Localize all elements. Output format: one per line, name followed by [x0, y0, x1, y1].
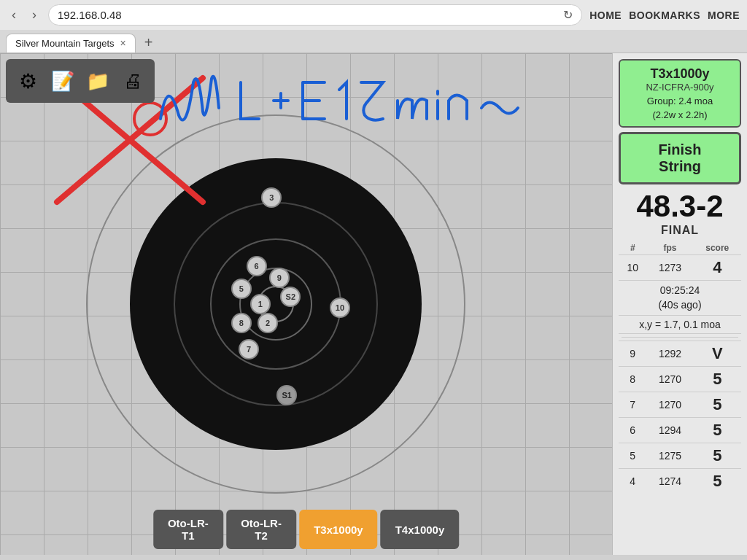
shot-fps: 1292 — [647, 341, 694, 367]
tab-bar: Silver Mountain Targets × + — [0, 30, 747, 52]
shot-7: 7 — [239, 339, 259, 359]
reload-button[interactable]: ↻ — [563, 8, 573, 22]
shot-score: 5 — [694, 367, 741, 392]
shot-score: 4 — [694, 255, 741, 281]
shot-2: 2 — [258, 313, 278, 333]
nav-bar: ‹ › 192.168.0.48 ↻ HOME BOOKMARKS MORE — [0, 0, 747, 30]
forward-button[interactable]: › — [28, 6, 41, 24]
shot-s1: S1 — [276, 385, 297, 405]
finish-line2: String — [628, 158, 732, 175]
shot-num: 8 — [619, 367, 647, 392]
shot-5: 5 — [231, 279, 252, 299]
finish-line1: Finish — [628, 141, 732, 158]
shot-3: 3 — [261, 187, 282, 208]
home-link[interactable]: HOME — [589, 9, 622, 21]
edit-icon: 📝 — [51, 70, 74, 93]
folder-button[interactable]: 📁 — [82, 65, 114, 97]
shot-score: V — [694, 341, 741, 367]
toolbar: ⚙ 📝 📁 🖨 — [6, 59, 155, 103]
session-group: Group: 2.4 moa — [626, 96, 734, 106]
shot-6: 6 — [247, 256, 267, 276]
shot-time-detail: 09:25:24(40s ago) — [619, 281, 741, 316]
table-row: 91292V — [619, 341, 741, 367]
tab-oto-lr-t1[interactable]: Oto-LR-T1 — [153, 510, 223, 549]
more-link[interactable]: MORE — [708, 9, 740, 21]
shot-score: 5 — [694, 392, 741, 418]
session-group-detail: (2.2w x 2.2h) — [626, 109, 734, 120]
table-row: 1012734 — [619, 255, 741, 281]
divider-row — [619, 334, 741, 341]
shot-score: 5 — [694, 443, 741, 469]
shot-fps: 1275 — [647, 443, 694, 469]
shot-fps: 1294 — [647, 418, 694, 443]
table-row: 512755 — [619, 443, 741, 469]
tab-close-button[interactable]: × — [120, 38, 126, 48]
session-info: T3x1000y NZ-ICFRA-900y Group: 2.4 moa (2… — [619, 59, 741, 128]
table-row: 712705 — [619, 392, 741, 418]
target-area: ⚙ 📝 📁 🖨 — [0, 53, 612, 555]
tab-t4x1000y[interactable]: T4x1000y — [381, 510, 460, 549]
back-button[interactable]: ‹ — [7, 6, 20, 24]
col-header-fps: fps — [647, 241, 694, 255]
session-title: T3x1000y — [626, 66, 734, 82]
shot-num: 4 — [619, 469, 647, 494]
main-content: ⚙ 📝 📁 🖨 — [0, 53, 747, 555]
shot-10: 10 — [330, 298, 350, 318]
finish-string-button[interactable]: Finish String — [619, 132, 741, 184]
print-icon: 🖨 — [123, 70, 142, 93]
folder-icon: 📁 — [86, 70, 109, 93]
gear-icon: ⚙ — [19, 69, 37, 93]
session-subtitle: NZ-ICFRA-900y — [626, 82, 734, 93]
tab-t3x1000y[interactable]: T3x1000y — [299, 510, 378, 549]
print-button[interactable]: 🖨 — [117, 65, 149, 97]
table-row: 812705 — [619, 367, 741, 392]
shot-num: 5 — [619, 443, 647, 469]
shot-9: 9 — [269, 268, 290, 288]
table-row: 412745 — [619, 469, 741, 494]
shot-fps: 1270 — [647, 392, 694, 418]
shot-s2: S2 — [280, 287, 301, 307]
col-header-num: # — [619, 241, 647, 255]
shot-score: 5 — [694, 469, 741, 494]
browser-chrome: ‹ › 192.168.0.48 ↻ HOME BOOKMARKS MORE S… — [0, 0, 747, 53]
shot-fps: 1270 — [647, 367, 694, 392]
shot-position: x,y = 1.7, 0.1 moa — [619, 316, 741, 334]
shot-num: 7 — [619, 392, 647, 418]
address-bar[interactable]: 192.168.0.48 ↻ — [48, 4, 582, 26]
bottom-tabs: Oto-LR-T1 Oto-LR-T2 T3x1000y T4x1000y — [153, 510, 460, 549]
shot-fps: 1273 — [647, 255, 694, 281]
score-display: 48.3-2 FINAL — [619, 189, 741, 237]
right-panel: T3x1000y NZ-ICFRA-900y Group: 2.4 moa (2… — [612, 53, 747, 555]
shot-position-row: x,y = 1.7, 0.1 moa — [619, 316, 741, 334]
edit-button[interactable]: 📝 — [47, 65, 79, 97]
shots-table: # fps score 101273409:25:24(40s ago)x,y … — [619, 241, 741, 494]
address-text: 192.168.0.48 — [58, 9, 563, 21]
shot-1: 1 — [250, 294, 271, 314]
tab-title: Silver Mountain Targets — [15, 38, 115, 49]
total-score: 48.3-2 — [619, 189, 741, 224]
shot-num: 10 — [619, 255, 647, 281]
tab-silver-mountain[interactable]: Silver Mountain Targets × — [6, 34, 136, 52]
bookmarks-link[interactable]: BOOKMARKS — [629, 9, 700, 21]
tab-oto-lr-t2[interactable]: Oto-LR-T2 — [226, 510, 296, 549]
final-label: FINAL — [619, 224, 741, 237]
target-container: 3 6 5 9 1 S2 2 8 7 10 S1 — [86, 114, 465, 494]
shot-detail-row: 09:25:24(40s ago) — [619, 281, 741, 316]
settings-button[interactable]: ⚙ — [12, 65, 44, 97]
shot-8: 8 — [231, 313, 252, 333]
shot-num: 6 — [619, 418, 647, 443]
col-header-score: score — [694, 241, 741, 255]
table-row: 612945 — [619, 418, 741, 443]
shot-num: 9 — [619, 341, 647, 367]
shot-score: 5 — [694, 418, 741, 443]
shot-fps: 1274 — [647, 469, 694, 494]
new-tab-button[interactable]: + — [139, 33, 159, 52]
